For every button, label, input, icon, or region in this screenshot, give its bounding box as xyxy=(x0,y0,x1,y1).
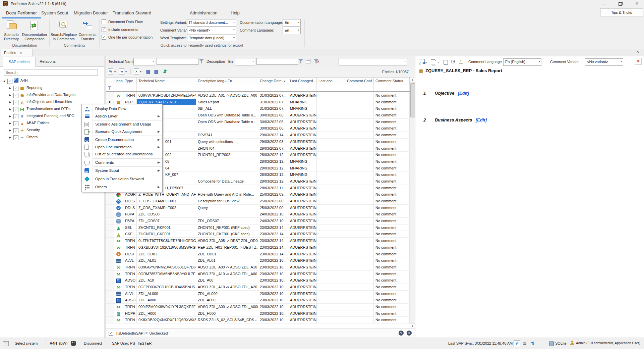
edit-link[interactable]: [Edit] xyxy=(476,117,487,122)
expand-icon[interactable]: ▶ xyxy=(8,99,12,106)
cell-last-doc[interactable] xyxy=(317,158,345,165)
collapse-icon[interactable]: ◢ xyxy=(2,78,6,85)
cell-change-date[interactable]: 23/03/2022 14... xyxy=(258,251,288,257)
minimize-icon[interactable] xyxy=(598,0,609,7)
cell-description[interactable]: Query xyxy=(196,205,258,211)
cell-description[interactable] xyxy=(196,158,258,165)
cell-last-changed[interactable]: MHARING xyxy=(288,99,317,105)
scenario-directory-button[interactable]: Scenario Directory xyxy=(1,19,22,43)
cell-change-date[interactable]: 28/03/2022 12... xyxy=(258,178,288,185)
cell-last-changed[interactable]: ADUERRSTEIN xyxy=(288,297,317,303)
row-header-cell[interactable] xyxy=(106,264,114,270)
cell-comment-conf[interactable] xyxy=(345,92,374,99)
cell-last-doc[interactable] xyxy=(317,205,345,211)
table-row[interactable]: ⋈TRFN000IPZM09X9W0X1YPL3SQXP2FADSO ZDL_A… xyxy=(106,304,410,310)
cell-type[interactable]: TRFN xyxy=(123,238,137,244)
tab-entities[interactable]: Entities✕ xyxy=(1,49,33,57)
cell-change-date[interactable]: 31/03/2022 07... xyxy=(258,92,288,99)
table-row[interactable]: ADSOZDL_A10ZDL_A0023/03/2022 10...ADUERR… xyxy=(106,277,410,284)
cell-description[interactable]: Open ODS with Database Table o... xyxy=(196,112,258,118)
scroll-up-icon[interactable]: ▲ xyxy=(410,77,415,83)
cell-last-doc[interactable] xyxy=(317,99,345,105)
tab-administration[interactable]: Administration xyxy=(186,9,221,17)
cell-description[interactable]: Role with Query and AfO in Role... xyxy=(196,191,258,198)
cell-last-doc[interactable] xyxy=(317,132,345,138)
filter-cell[interactable] xyxy=(106,85,114,91)
cell-last-doc[interactable] xyxy=(317,112,345,118)
excel-export-icon[interactable]: X xyxy=(134,68,139,75)
cell-last-changed[interactable]: ADUERRSTEIN xyxy=(288,244,317,251)
comments-transfer-button[interactable]: Comments Transfer xyxy=(77,19,98,43)
cell-comment-status[interactable]: No comment xyxy=(374,211,410,217)
row-header-cell[interactable] xyxy=(106,225,114,231)
column-header-comment-conf-[interactable]: Comment Conf... xyxy=(345,78,374,85)
table-row[interactable]: ◮CKFZHCNT01_CKF001ZHCNT01_CKF001 (CKF sp… xyxy=(106,231,410,238)
cell-change-date[interactable]: 24/03/2022 10... xyxy=(258,218,288,224)
cell-comment-status[interactable]: No comment xyxy=(374,152,410,158)
disconnect-button[interactable]: Disconnect xyxy=(84,341,102,345)
filter-layout-select[interactable]: ▾ xyxy=(339,58,407,65)
cell-type[interactable]: DDLS xyxy=(123,198,137,204)
tree-checkbox[interactable] xyxy=(13,114,18,119)
row-header-cell[interactable] xyxy=(106,291,114,297)
row-header-cell[interactable] xyxy=(106,205,114,211)
cell-description[interactable]: ZDL_H000 xyxy=(196,310,258,317)
cell-comment-status[interactable]: No comment xyxy=(374,218,410,224)
menu-item-open-in-translation-steward[interactable]: Open in Translation Steward xyxy=(82,176,162,183)
tree-checkbox[interactable] xyxy=(7,79,12,84)
row-header-cell[interactable] xyxy=(106,257,114,264)
cell-type[interactable]: TRFN xyxy=(123,304,137,310)
cell-last-doc[interactable] xyxy=(317,304,345,310)
cell-last-doc[interactable] xyxy=(317,178,345,185)
table-row[interactable]: ⋈TRFN0K8XDB92QXNKRXF1JQ6RXWX8RSDS Z2LIS_… xyxy=(106,317,410,323)
row-header-cell[interactable] xyxy=(106,92,114,99)
cell-technical-name[interactable]: ZDL_AL000 xyxy=(137,291,196,297)
cell-icon[interactable]: D xyxy=(114,205,123,211)
cell-last-doc[interactable] xyxy=(317,277,345,284)
table-row[interactable]: DDDLSZ_CDS_EXAMPLE001Description for CDS… xyxy=(106,198,410,205)
cell-change-date[interactable]: 23/03/2022 10... xyxy=(258,291,288,297)
cell-change-date[interactable]: 30/03/2022 06... xyxy=(258,119,288,125)
cell-technical-name[interactable]: ZDL_A10 xyxy=(137,277,196,284)
cell-icon[interactable]: ⋈ xyxy=(114,271,123,277)
description-operator-select[interactable]: ==▾ xyxy=(235,58,255,65)
cell-change-date[interactable]: 30/03/2022 06... xyxy=(258,112,288,118)
row-header-cell[interactable] xyxy=(106,284,114,290)
tab-help[interactable]: Help xyxy=(227,9,244,17)
cell-type[interactable]: ACGR xyxy=(123,191,137,198)
cell-technical-name[interactable]: 0GFPD0367CD10CBHD465BNU5 xyxy=(137,284,196,290)
cell-description[interactable] xyxy=(196,171,258,178)
cell-change-date[interactable]: 23/03/2022 14... xyxy=(258,244,288,251)
cell-comment-conf[interactable] xyxy=(345,125,374,132)
cell-last-changed[interactable]: ADUERRSTEIN xyxy=(288,119,317,125)
tree-checkbox[interactable] xyxy=(13,128,18,133)
cell-change-date[interactable]: 23/03/2022 14... xyxy=(258,231,288,237)
tab-translation-steward[interactable]: Translation Steward xyxy=(109,9,155,17)
row-header-cell[interactable] xyxy=(106,191,114,198)
cell-description[interactable]: Description for CDS View xyxy=(196,198,258,204)
cell-comment-conf[interactable] xyxy=(345,119,374,125)
tab-docu-performer[interactable]: Docu Performer xyxy=(2,9,41,18)
cell-comment-conf[interactable] xyxy=(345,257,374,264)
cell-type[interactable]: TRFN xyxy=(123,317,137,323)
cell-last-doc[interactable] xyxy=(317,271,345,277)
cell-description[interactable]: ZHCNT01_RKF001 (RKF spec) xyxy=(196,225,258,231)
cell-change-date[interactable]: 29/03/2022 07... xyxy=(258,145,288,152)
filter-icon[interactable] xyxy=(199,59,204,63)
cell-icon[interactable]: ⋈ xyxy=(114,264,123,270)
cell-comment-conf[interactable] xyxy=(345,271,374,277)
cell-description[interactable]: ADSO ZDL_A00 -> ADSO ZDL_A10 xyxy=(196,264,258,270)
row-header-cell[interactable] xyxy=(106,271,114,277)
cell-last-changed[interactable]: ADUERRSTEIN xyxy=(288,231,317,237)
checkbox-include-comments[interactable]: Include comments xyxy=(102,27,138,32)
cell-comment-status[interactable]: No comment xyxy=(374,145,410,152)
cell-comment-conf[interactable] xyxy=(345,225,374,231)
cell-description[interactable]: RSDS Z2LIS_02_SCL3/S4B_CDS -... xyxy=(196,317,258,323)
close-tab-icon[interactable]: ✕ xyxy=(19,51,22,55)
filter-cell[interactable] xyxy=(114,85,123,91)
search-replace-comments-button[interactable]: Search/Replace in Comments xyxy=(50,19,78,43)
cell-icon[interactable]: ◭ xyxy=(114,225,123,231)
cell-technical-name[interactable]: 0B9VW7KSHOSDTZN3VMEL5AF4 xyxy=(137,92,196,99)
cell-last-changed[interactable]: ADUERRSTEIN xyxy=(288,225,317,231)
cell-technical-name[interactable]: 000IPZM09X9W0X1YPL3SQXP2F xyxy=(137,304,196,310)
